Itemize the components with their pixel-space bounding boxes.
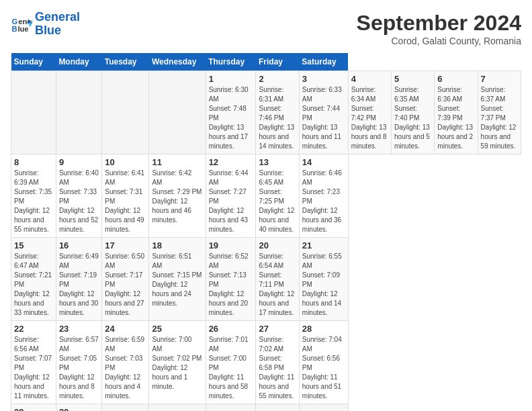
day-number: 19: [209, 240, 253, 250]
calendar-day-cell: 19Sunrise: 6:52 AMSunset: 7:13 PMDayligh…: [206, 238, 256, 321]
weekday-header-monday: Monday: [56, 53, 101, 71]
day-number: 17: [105, 240, 146, 250]
day-info: Sunrise: 6:33 AMSunset: 7:44 PMDaylight:…: [302, 85, 345, 151]
day-number: 2: [259, 74, 296, 84]
calendar-table: SundayMondayTuesdayWednesdayThursdayFrid…: [11, 53, 521, 411]
logo-text: General: [35, 11, 80, 24]
calendar-day-cell: 30Sunrise: 7:06 AMSunset: 6:52 PMDayligh…: [56, 404, 101, 412]
calendar-day-cell: 12Sunrise: 6:44 AMSunset: 7:27 PMDayligh…: [206, 154, 256, 238]
calendar-day-cell: 20Sunrise: 6:54 AMSunset: 7:11 PMDayligh…: [256, 238, 299, 321]
day-number: 11: [152, 157, 202, 167]
calendar-day-cell: [206, 404, 256, 412]
calendar-day-cell: 1Sunrise: 6:30 AMSunset: 7:48 PMDaylight…: [206, 71, 256, 154]
calendar-day-cell: 27Sunrise: 7:02 AMSunset: 6:58 PMDayligh…: [256, 321, 299, 404]
calendar-day-cell: 10Sunrise: 6:41 AMSunset: 7:31 PMDayligh…: [102, 154, 149, 238]
day-number: 3: [302, 74, 345, 84]
calendar-day-cell: 8Sunrise: 6:39 AMSunset: 7:35 PMDaylight…: [11, 154, 56, 238]
day-info: Sunrise: 6:49 AMSunset: 7:19 PMDaylight:…: [59, 252, 99, 318]
day-info: Sunrise: 6:37 AMSunset: 7:37 PMDaylight:…: [481, 85, 518, 151]
weekday-header-thursday: Thursday: [206, 53, 256, 71]
calendar-week-row: 15Sunrise: 6:47 AMSunset: 7:21 PMDayligh…: [11, 238, 521, 321]
day-number: 16: [59, 240, 99, 250]
day-info: Sunrise: 7:02 AMSunset: 6:58 PMDaylight:…: [259, 335, 296, 401]
day-info: Sunrise: 6:40 AMSunset: 7:33 PMDaylight:…: [59, 169, 99, 234]
day-number: 21: [302, 240, 345, 250]
weekday-header-sunday: Sunday: [11, 53, 56, 71]
day-info: Sunrise: 6:30 AMSunset: 7:48 PMDaylight:…: [209, 85, 253, 151]
day-number: 9: [59, 157, 99, 167]
day-info: Sunrise: 6:34 AMSunset: 7:42 PMDaylight:…: [351, 85, 388, 151]
calendar-day-cell: 29Sunrise: 7:05 AMSunset: 6:54 PMDayligh…: [11, 404, 56, 412]
day-info: Sunrise: 6:35 AMSunset: 7:40 PMDaylight:…: [394, 85, 431, 151]
day-info: Sunrise: 6:31 AMSunset: 7:46 PMDaylight:…: [259, 85, 296, 151]
calendar-day-cell: 3Sunrise: 6:33 AMSunset: 7:44 PMDaylight…: [299, 71, 348, 154]
calendar-day-cell: 2Sunrise: 6:31 AMSunset: 7:46 PMDaylight…: [256, 71, 299, 154]
title-area: September 2024 Corod, Galati County, Rom…: [357, 11, 521, 46]
logo-icon: G eneral B lue: [11, 13, 32, 35]
day-info: Sunrise: 6:36 AMSunset: 7:39 PMDaylight:…: [437, 85, 474, 151]
calendar-day-cell: 26Sunrise: 7:01 AMSunset: 7:00 PMDayligh…: [206, 321, 256, 404]
calendar-day-cell: [256, 404, 299, 412]
calendar-day-cell: 21Sunrise: 6:55 AMSunset: 7:09 PMDayligh…: [299, 238, 348, 321]
weekday-header-row: SundayMondayTuesdayWednesdayThursdayFrid…: [11, 53, 521, 71]
day-number: 23: [59, 324, 99, 334]
calendar-week-row: 29Sunrise: 7:05 AMSunset: 6:54 PMDayligh…: [11, 404, 521, 412]
calendar-day-cell: 25Sunrise: 7:00 AMSunset: 7:02 PMDayligh…: [149, 321, 206, 404]
day-info: Sunrise: 7:00 AMSunset: 7:02 PMDaylight:…: [152, 335, 202, 392]
day-number: 7: [481, 74, 518, 84]
day-info: Sunrise: 6:42 AMSunset: 7:29 PMDaylight:…: [152, 169, 202, 225]
calendar-week-row: 22Sunrise: 6:56 AMSunset: 7:07 PMDayligh…: [11, 321, 521, 404]
day-number: 4: [351, 74, 388, 84]
day-number: 24: [105, 324, 146, 334]
calendar-day-cell: 11Sunrise: 6:42 AMSunset: 7:29 PMDayligh…: [149, 154, 206, 238]
day-info: Sunrise: 6:39 AMSunset: 7:35 PMDaylight:…: [14, 169, 53, 234]
day-number: 28: [302, 324, 345, 334]
day-info: Sunrise: 6:56 AMSunset: 7:07 PMDaylight:…: [14, 335, 53, 401]
weekday-header-friday: Friday: [256, 53, 299, 71]
day-info: Sunrise: 6:55 AMSunset: 7:09 PMDaylight:…: [302, 252, 345, 318]
day-number: 10: [105, 157, 146, 167]
day-info: Sunrise: 6:51 AMSunset: 7:15 PMDaylight:…: [152, 252, 202, 308]
calendar-day-cell: [102, 71, 149, 154]
day-number: 26: [209, 324, 253, 334]
calendar-day-cell: 13Sunrise: 6:45 AMSunset: 7:25 PMDayligh…: [256, 154, 299, 238]
day-number: 1: [209, 74, 253, 84]
day-info: Sunrise: 7:04 AMSunset: 6:56 PMDaylight:…: [302, 335, 345, 401]
day-number: 20: [259, 240, 296, 250]
day-number: 29: [14, 407, 53, 411]
day-info: Sunrise: 6:44 AMSunset: 7:27 PMDaylight:…: [209, 169, 253, 234]
calendar-day-cell: 15Sunrise: 6:47 AMSunset: 7:21 PMDayligh…: [11, 238, 56, 321]
day-number: 6: [437, 74, 474, 84]
calendar-day-cell: 9Sunrise: 6:40 AMSunset: 7:33 PMDaylight…: [56, 154, 101, 238]
day-info: Sunrise: 6:59 AMSunset: 7:03 PMDaylight:…: [105, 335, 146, 401]
calendar-day-cell: 18Sunrise: 6:51 AMSunset: 7:15 PMDayligh…: [149, 238, 206, 321]
calendar-day-cell: [11, 71, 56, 154]
calendar-day-cell: [149, 404, 206, 412]
calendar-day-cell: 6Sunrise: 6:36 AMSunset: 7:39 PMDaylight…: [435, 71, 478, 154]
day-info: Sunrise: 6:45 AMSunset: 7:25 PMDaylight:…: [259, 169, 296, 234]
day-info: Sunrise: 6:41 AMSunset: 7:31 PMDaylight:…: [105, 169, 146, 234]
calendar-day-cell: 28Sunrise: 7:04 AMSunset: 6:56 PMDayligh…: [299, 321, 348, 404]
day-number: 25: [152, 324, 202, 334]
weekday-header-wednesday: Wednesday: [149, 53, 206, 71]
calendar-day-cell: 24Sunrise: 6:59 AMSunset: 7:03 PMDayligh…: [102, 321, 149, 404]
weekday-header-tuesday: Tuesday: [102, 53, 149, 71]
header: G eneral B lue General Blue September 20…: [11, 11, 521, 46]
calendar-day-cell: [102, 404, 149, 412]
day-number: 30: [59, 407, 99, 411]
calendar-week-row: 8Sunrise: 6:39 AMSunset: 7:35 PMDaylight…: [11, 154, 521, 238]
logo: G eneral B lue General Blue: [11, 11, 80, 38]
weekday-header-saturday: Saturday: [299, 53, 348, 71]
day-number: 5: [394, 74, 431, 84]
calendar-day-cell: 14Sunrise: 6:46 AMSunset: 7:23 PMDayligh…: [299, 154, 348, 238]
logo-text2: Blue: [35, 24, 80, 38]
svg-text:lue: lue: [17, 25, 28, 33]
month-title: September 2024: [357, 11, 521, 36]
day-number: 13: [259, 157, 296, 167]
subtitle: Corod, Galati County, Romania: [357, 36, 521, 46]
day-number: 8: [14, 157, 53, 167]
day-info: Sunrise: 6:46 AMSunset: 7:23 PMDaylight:…: [302, 169, 345, 234]
calendar-day-cell: 7Sunrise: 6:37 AMSunset: 7:37 PMDaylight…: [478, 71, 521, 154]
calendar-day-cell: 22Sunrise: 6:56 AMSunset: 7:07 PMDayligh…: [11, 321, 56, 404]
day-info: Sunrise: 6:54 AMSunset: 7:11 PMDaylight:…: [259, 252, 296, 318]
